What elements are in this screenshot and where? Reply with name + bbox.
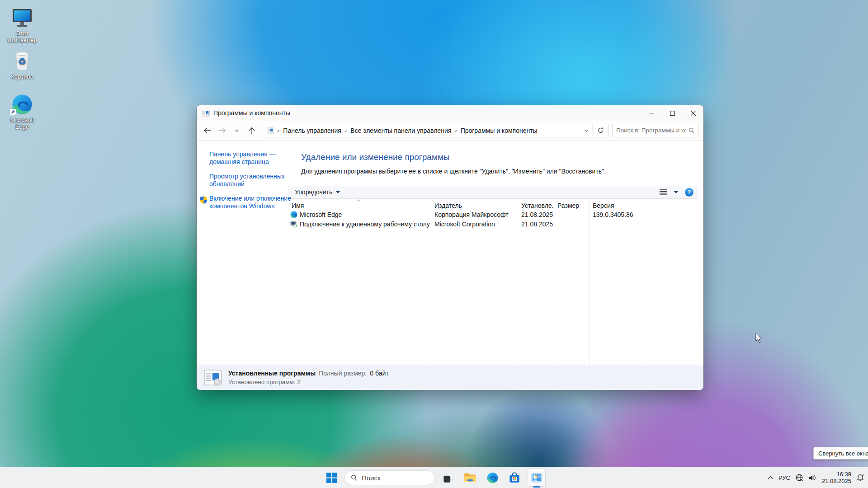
mouse-cursor (755, 333, 764, 344)
minimize-button[interactable] (641, 105, 662, 121)
show-desktop-tooltip: Свернуть все окна (813, 447, 868, 460)
navigation-bar: › Панель управления › Все элементы панел… (197, 121, 703, 141)
folder-icon (464, 472, 476, 483)
table-row-microsoft-edge[interactable]: Microsoft Edge Корпорация Майкрософт 21.… (288, 210, 698, 219)
window-search-box[interactable] (612, 124, 699, 137)
breadcrumb-item-control-panel[interactable]: Панель управления (283, 127, 341, 134)
taskbar-search-box[interactable] (344, 470, 435, 485)
column-divider (431, 199, 431, 365)
dropdown-caret-icon (336, 191, 340, 193)
desktop-icon-label: Корзина (3, 73, 42, 80)
file-explorer-button[interactable] (461, 469, 479, 487)
sidebar-item-windows-features[interactable]: Включение или отключение компонентов Win… (209, 195, 295, 210)
window-search-input[interactable] (616, 127, 686, 134)
forward-icon (218, 127, 226, 134)
breadcrumb-window-icon (267, 127, 274, 134)
refresh-button[interactable] (592, 124, 609, 137)
breadcrumb: › Панель управления › Все элементы панел… (263, 127, 592, 134)
sidebar: Панель управления — домашняя страница Пр… (197, 141, 288, 365)
programs-list: Имя Издатель Установле... Размер Версия … (288, 199, 698, 365)
taskbar: РУС 16:39 21.08.2025 (0, 467, 868, 488)
start-button[interactable] (322, 469, 340, 487)
table-header-row: Имя Издатель Установле... Размер Версия (288, 201, 698, 210)
desktop-icon-recycle-bin[interactable]: Корзина (3, 49, 42, 80)
programs-and-features-window: Программы и компоненты (197, 105, 703, 390)
status-bar: Установленные программы Полный размер: 0… (197, 365, 703, 390)
edge-icon: ↗ (3, 92, 42, 115)
edge-icon (487, 472, 498, 483)
column-header-installed[interactable]: Установле... (518, 202, 554, 209)
address-bar: › Панель управления › Все элементы панел… (263, 124, 609, 137)
desktop-icon-this-pc[interactable]: Этот компьютер (3, 5, 42, 43)
desktop-icon-label: Microsoft Edge (3, 117, 42, 130)
taskbar-search-input[interactable] (362, 474, 429, 482)
sort-ascending-icon (356, 199, 361, 202)
column-header-name[interactable]: Имя (288, 202, 431, 209)
edge-icon (290, 211, 297, 218)
programs-and-features-taskbar-button[interactable] (528, 469, 546, 487)
back-button[interactable] (201, 125, 213, 136)
programs-window-icon (202, 110, 210, 117)
breadcrumb-separator: › (455, 127, 457, 134)
tray-chevron-up-icon[interactable] (768, 476, 774, 479)
volume-icon[interactable] (808, 474, 817, 481)
organize-button[interactable]: Упорядочить (295, 188, 340, 196)
column-divider (589, 199, 590, 365)
table-row-remote-desktop[interactable]: Подключение к удаленному рабочему столу … (288, 219, 698, 229)
status-size-label: Полный размер: (319, 370, 367, 377)
tray-time: 16:39 (822, 471, 851, 478)
status-title: Установленные программы (228, 370, 316, 377)
notification-bell-icon[interactable] (856, 474, 864, 482)
store-icon (509, 472, 520, 483)
windows-logo-icon (326, 473, 337, 483)
page-description: Для удаления программы выберите ее в спи… (301, 168, 698, 175)
back-icon (203, 127, 211, 134)
list-view-icon[interactable] (660, 189, 667, 195)
column-header-version[interactable]: Версия (589, 202, 648, 209)
sidebar-item-installed-updates[interactable]: Просмотр установленных обновлений (209, 173, 295, 188)
uac-shield-icon (200, 196, 208, 204)
task-view-icon (442, 472, 454, 484)
control-panel-icon (531, 472, 543, 484)
breadcrumb-item-programs[interactable]: Программы и компоненты (461, 127, 538, 134)
breadcrumb-separator: › (345, 127, 347, 134)
column-header-size[interactable]: Размер (554, 202, 589, 209)
up-button[interactable] (246, 125, 258, 136)
network-globe-icon[interactable] (795, 474, 803, 482)
edge-button[interactable] (483, 469, 501, 487)
chevron-down-icon (235, 129, 239, 132)
close-icon (691, 111, 696, 116)
search-icon (689, 127, 695, 134)
minimize-icon (649, 111, 654, 116)
store-button[interactable] (505, 469, 524, 487)
language-indicator[interactable]: РУС (778, 474, 790, 481)
shortcut-arrow-icon: ↗ (10, 109, 16, 115)
column-divider (518, 199, 518, 365)
breadcrumb-item-all-items[interactable]: Все элементы панели управления (350, 127, 451, 134)
desktop-icon-edge[interactable]: ↗ Microsoft Edge (3, 92, 42, 130)
column-divider (648, 199, 648, 365)
forward-button[interactable] (216, 125, 228, 136)
column-header-publisher[interactable]: Издатель (431, 202, 518, 209)
this-pc-icon (3, 5, 42, 28)
tray-date: 21.08.2025 (822, 478, 851, 484)
active-app-indicator (533, 486, 540, 488)
address-dropdown-icon[interactable] (584, 129, 589, 132)
titlebar[interactable]: Программы и компоненты (197, 105, 703, 121)
recent-pages-button[interactable] (231, 125, 243, 136)
status-count: Установлено программ: 2 (228, 379, 389, 385)
recycle-bin-icon (3, 49, 42, 71)
task-view-button[interactable] (439, 469, 457, 487)
maximize-button[interactable] (662, 105, 683, 121)
page-title: Удаление или изменение программы (301, 152, 698, 162)
clock[interactable]: 16:39 21.08.2025 (822, 471, 851, 484)
view-dropdown-icon[interactable] (674, 191, 678, 193)
breadcrumb-separator: › (278, 127, 279, 134)
help-button[interactable]: ? (685, 188, 693, 197)
sidebar-item-control-panel-home[interactable]: Панель управления — домашняя страница (209, 150, 295, 165)
toolbar: Упорядочить ? (288, 186, 698, 199)
close-button[interactable] (683, 105, 703, 121)
desktop-icon-label: Этот компьютер (3, 30, 42, 43)
column-divider (554, 199, 554, 365)
window-title: Программы и компоненты (213, 109, 290, 117)
